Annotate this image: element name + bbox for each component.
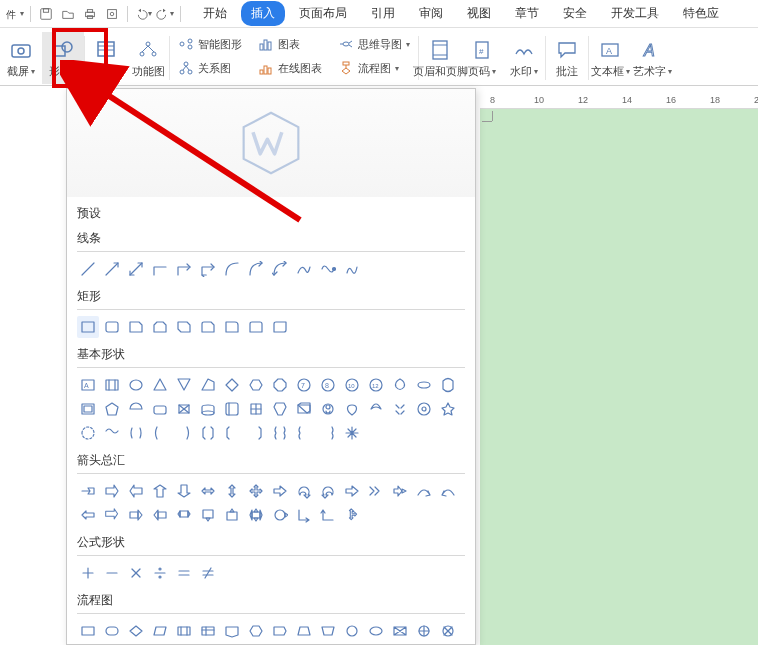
shape-arrow-26[interactable] xyxy=(317,504,339,526)
shape-basic-39[interactable] xyxy=(245,422,267,444)
preview-icon[interactable] xyxy=(101,3,123,25)
shape-minus[interactable] xyxy=(101,562,123,584)
shape-basic-8[interactable] xyxy=(269,374,291,396)
chart-button[interactable]: 图表 xyxy=(256,32,324,56)
shape-basic-38[interactable] xyxy=(221,422,243,444)
shape-basic-18[interactable] xyxy=(125,398,147,420)
tab-insert[interactable]: 插入 xyxy=(241,1,285,26)
shape-basic-19[interactable] xyxy=(149,398,171,420)
document-canvas[interactable] xyxy=(480,109,758,645)
shape-basic-7[interactable] xyxy=(245,374,267,396)
shape-basic-17[interactable] xyxy=(101,398,123,420)
mindmap-button[interactable]: 思维导图▾ xyxy=(336,32,412,56)
watermark-button[interactable]: 水印▾ xyxy=(503,32,545,84)
shape-basic-20[interactable] xyxy=(173,398,195,420)
shape-basic-25[interactable] xyxy=(293,398,315,420)
shape-basic-37[interactable] xyxy=(197,422,219,444)
flowchart-button[interactable]: 流程图▾ xyxy=(336,56,412,80)
shape-flow-15[interactable] xyxy=(437,620,459,642)
shape-basic-41[interactable] xyxy=(293,422,315,444)
shape-arrow-24[interactable] xyxy=(269,504,291,526)
redo-icon[interactable]: ▾ xyxy=(154,3,176,25)
shape-rect[interactable] xyxy=(77,316,99,338)
shape-arrow-25[interactable] xyxy=(293,504,315,526)
shape-arrow-12[interactable] xyxy=(365,480,387,502)
shape-basic-6[interactable] xyxy=(221,374,243,396)
shape-arrow-14[interactable] xyxy=(413,480,435,502)
shape-flow-2[interactable] xyxy=(125,620,147,642)
shape-multiply[interactable] xyxy=(125,562,147,584)
textbox-button[interactable]: A 文本框▾ xyxy=(589,32,631,84)
shape-basic-34[interactable] xyxy=(125,422,147,444)
shapes-button[interactable]: 形状▾ xyxy=(42,32,84,84)
shape-elbow[interactable] xyxy=(149,258,171,280)
shape-basic-11[interactable]: 10 xyxy=(341,374,363,396)
shape-basic-3[interactable] xyxy=(149,374,171,396)
tab-view[interactable]: 视图 xyxy=(457,1,501,26)
shape-basic-4[interactable] xyxy=(173,374,195,396)
shape-basic-31[interactable] xyxy=(437,398,459,420)
shape-flow-12[interactable] xyxy=(365,620,387,642)
shape-curve-double[interactable] xyxy=(269,258,291,280)
file-menu[interactable]: 件▾ xyxy=(4,3,26,25)
pagenum-button[interactable]: # 页码▾ xyxy=(461,32,503,84)
shape-basic-16[interactable] xyxy=(77,398,99,420)
shape-basic-15[interactable] xyxy=(437,374,459,396)
shape-basic-29[interactable] xyxy=(389,398,411,420)
shape-curve-arrow[interactable] xyxy=(245,258,267,280)
shape-basic-13[interactable] xyxy=(389,374,411,396)
shape-round2diag[interactable] xyxy=(269,316,291,338)
shape-divide[interactable] xyxy=(149,562,171,584)
shape-round1[interactable] xyxy=(221,316,243,338)
shape-basic-12[interactable]: 12 xyxy=(365,374,387,396)
shape-flow-9[interactable] xyxy=(293,620,315,642)
tab-layout[interactable]: 页面布局 xyxy=(289,1,357,26)
tab-special[interactable]: 特色应 xyxy=(673,1,729,26)
shape-basic-23[interactable] xyxy=(245,398,267,420)
shape-basic-27[interactable] xyxy=(341,398,363,420)
headerfooter-button[interactable]: 页眉和页脚 xyxy=(419,32,461,84)
save-icon[interactable] xyxy=(35,3,57,25)
shape-flow-5[interactable] xyxy=(197,620,219,642)
tab-review[interactable]: 审阅 xyxy=(409,1,453,26)
shape-line-arrow[interactable] xyxy=(101,258,123,280)
shape-basic-2[interactable] xyxy=(125,374,147,396)
shape-arrow-16[interactable] xyxy=(77,504,99,526)
shape-flow-6[interactable] xyxy=(221,620,243,642)
shape-arrow-6[interactable] xyxy=(221,480,243,502)
open-icon[interactable] xyxy=(57,3,79,25)
shape-flow-11[interactable] xyxy=(341,620,363,642)
shape-sniprounded[interactable] xyxy=(197,316,219,338)
shape-elbow-double[interactable] xyxy=(197,258,219,280)
wordart-button[interactable]: A 艺术字▾ xyxy=(631,32,673,84)
shape-flow-7[interactable] xyxy=(245,620,267,642)
funcchart-button[interactable]: 功能图 xyxy=(127,32,169,84)
shape-arrow-13[interactable] xyxy=(389,480,411,502)
shape-basic-9[interactable]: 7 xyxy=(293,374,315,396)
shape-basic-24[interactable] xyxy=(269,398,291,420)
shape-freeform[interactable] xyxy=(293,258,315,280)
iconlib-button[interactable]: 图标库 xyxy=(85,32,127,84)
shape-arrow-5[interactable] xyxy=(197,480,219,502)
onlinechart-button[interactable]: 在线图表 xyxy=(256,56,324,80)
shape-basic-0[interactable]: A xyxy=(77,374,99,396)
shape-arrow-3[interactable] xyxy=(149,480,171,502)
shape-arrow-20[interactable] xyxy=(173,504,195,526)
shape-arrow-2[interactable] xyxy=(125,480,147,502)
shape-basic-43[interactable] xyxy=(341,422,363,444)
shape-snip2diag[interactable] xyxy=(173,316,195,338)
shape-roundrect[interactable] xyxy=(101,316,123,338)
shape-line[interactable] xyxy=(77,258,99,280)
shape-arrow-17[interactable] xyxy=(101,504,123,526)
shape-snip1[interactable] xyxy=(125,316,147,338)
shape-flow-4[interactable] xyxy=(173,620,195,642)
shape-flow-8[interactable] xyxy=(269,620,291,642)
undo-icon[interactable]: ▾ xyxy=(132,3,154,25)
smartart-button[interactable]: 智能图形 xyxy=(176,32,244,56)
shape-arrow-0[interactable] xyxy=(77,480,99,502)
shape-basic-10[interactable]: 8 xyxy=(317,374,339,396)
shape-elbow-arrow[interactable] xyxy=(173,258,195,280)
shape-basic-42[interactable] xyxy=(317,422,339,444)
shape-arrow-8[interactable] xyxy=(269,480,291,502)
shape-plus[interactable] xyxy=(77,562,99,584)
